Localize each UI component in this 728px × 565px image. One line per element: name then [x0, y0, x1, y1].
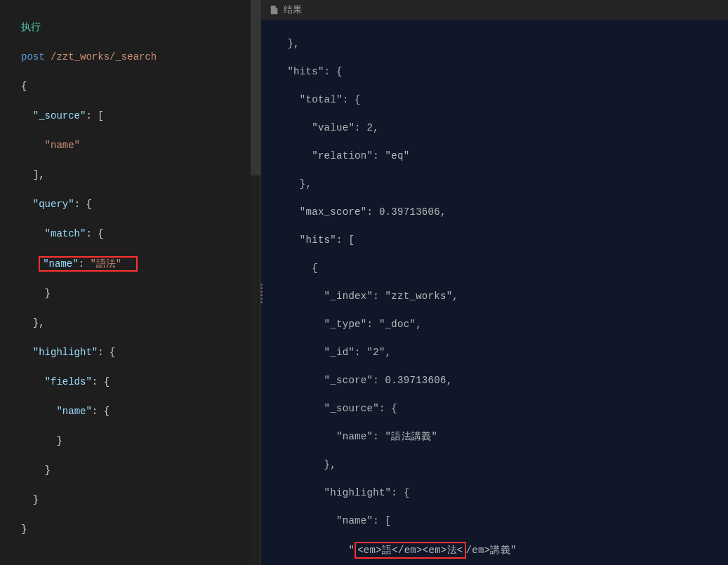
json-line: "hits": { [275, 65, 728, 79]
left-scrollbar-thumb[interactable] [251, 0, 260, 175]
json-line: "_score": 0.39713606, [275, 373, 728, 387]
split-handle[interactable] [260, 283, 264, 304]
json-line: { [275, 261, 728, 275]
json-line: "total": { [275, 93, 728, 107]
json-line: "_index": "zzt_works", [275, 289, 728, 303]
response-body[interactable]: }, "hits": { "total": { "value": 2, "rel… [261, 20, 728, 565]
json-line: "value": 2, [275, 121, 728, 135]
query-key: "query" [33, 199, 74, 210]
source-field: "name" [45, 140, 80, 151]
highlight-key: "highlight" [33, 347, 98, 358]
json-line: "_source": { [275, 401, 728, 416]
fields-name-key: "name" [56, 406, 91, 417]
match-key: "match" [45, 228, 86, 239]
request-path: /zzt_works/_search [51, 51, 157, 62]
request-code[interactable]: 执行 post /zzt_works/_search { "_source": … [0, 0, 260, 565]
json-line: }, [275, 36, 728, 51]
source-key: "_source" [33, 110, 86, 121]
json-line: "name": "語法講義" [275, 430, 728, 444]
json-line: "max_score": 0.39713606, [275, 205, 728, 219]
result-tab-bar: 结果 [261, 0, 728, 20]
execute-link[interactable]: 执行 [21, 22, 41, 33]
http-method: post [21, 51, 45, 62]
json-line: "relation": "eq" [275, 149, 728, 163]
fields-key: "fields" [45, 376, 92, 387]
highlight-line-1: "<em>語</em><em>法</em>講義" [275, 542, 728, 559]
json-line: "_id": "2", [275, 345, 728, 359]
response-panel: 结果 }, "hits": { "total": { "value": 2, "… [261, 0, 728, 565]
result-tab-label[interactable]: 结果 [284, 4, 302, 16]
json-line: }, [275, 177, 728, 191]
json-line: "hits": [ [275, 233, 728, 247]
highlight-box-1: <em>語</em><em>法< [355, 542, 465, 559]
json-line: "_type": "_doc", [275, 317, 728, 331]
left-scrollbar[interactable] [251, 0, 260, 565]
request-editor-panel: 执行 post /zzt_works/_search { "_source": … [0, 0, 261, 565]
json-line: "highlight": { [275, 486, 728, 500]
match-name-highlight: "name": "語法" [39, 256, 138, 272]
json-line: "name": [ [275, 514, 728, 528]
result-icon [270, 5, 279, 15]
json-line: }, [275, 458, 728, 472]
